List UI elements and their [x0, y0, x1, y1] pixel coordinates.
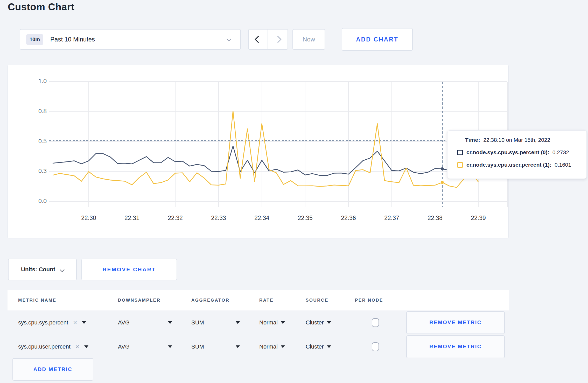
x-axis-tick-label: 22:36 — [333, 215, 364, 222]
aggregator-select[interactable]: SUM — [191, 343, 259, 350]
remove-metric-button[interactable]: REMOVE METRIC — [406, 335, 505, 358]
x-axis-tick-label: 22:37 — [376, 215, 407, 222]
metric-name-value: sys.cpu.sys.percent — [18, 319, 68, 326]
column-header-source: SOURCE — [306, 298, 355, 303]
add-chart-button[interactable]: ADD CHART — [342, 28, 413, 51]
series-line-0 — [53, 146, 478, 175]
clear-metric-icon[interactable]: ✕ — [73, 320, 77, 326]
time-nav-group — [248, 29, 288, 50]
source-value: Cluster — [306, 343, 324, 350]
remove-chart-button[interactable]: REMOVE CHART — [81, 259, 177, 280]
aggregator-select[interactable]: SUM — [191, 319, 259, 326]
crosshair-dot-1 — [441, 181, 444, 184]
chevron-left-icon — [254, 36, 262, 43]
custom-chart-plot[interactable] — [8, 65, 509, 238]
chevron-right-icon — [274, 36, 281, 43]
caret-down-icon — [82, 321, 86, 324]
series-swatch-icon — [457, 150, 463, 155]
caret-down-icon — [327, 321, 331, 324]
now-button[interactable]: Now — [292, 29, 325, 50]
caret-down-icon — [168, 345, 172, 348]
caret-down-icon — [281, 321, 285, 324]
x-axis-tick-label: 22:32 — [160, 215, 191, 222]
toolbar-divider — [8, 30, 8, 50]
column-header-aggregator: AGGREGATOR — [191, 298, 259, 303]
tooltip-series-value: 0.1601 — [555, 162, 571, 168]
metrics-table-rows: sys.cpu.sys.percent✕AVGSUMNormalClusterR… — [8, 310, 509, 359]
metric-name-value: sys.cpu.user.percent — [18, 343, 71, 350]
timeframe-select[interactable]: 10m Past 10 Minutes — [20, 29, 241, 50]
metric-row: sys.cpu.sys.percent✕AVGSUMNormalClusterR… — [8, 310, 509, 335]
x-axis-tick-label: 22:38 — [419, 215, 451, 222]
caret-down-icon — [168, 321, 172, 324]
column-header-metric-name: METRIC NAME — [18, 298, 118, 303]
crosshair-dot-0 — [441, 167, 444, 171]
time-forward-button[interactable] — [268, 30, 288, 49]
caret-down-icon — [236, 321, 240, 324]
x-axis-tick-label: 22:33 — [203, 215, 234, 222]
y-axis-tick-label: 0.8 — [18, 108, 47, 115]
timeframe-badge: 10m — [26, 34, 43, 45]
caret-down-icon — [236, 345, 240, 348]
add-metric-button[interactable]: ADD METRIC — [12, 358, 93, 381]
source-select[interactable]: Cluster — [306, 319, 355, 326]
clear-metric-icon[interactable]: ✕ — [75, 344, 80, 350]
tooltip-series-row: cr.node.sys.cpu.user.percent (1):0.1601 — [457, 162, 586, 168]
units-select[interactable]: Units: Count — [8, 259, 77, 280]
x-axis-tick-label: 22:35 — [290, 215, 321, 222]
tooltip-series-label: cr.node.sys.cpu.user.percent (1): — [466, 162, 551, 168]
downsampler-value: AVG — [118, 319, 130, 326]
metric-name-select[interactable]: sys.cpu.sys.percent✕ — [18, 319, 118, 326]
caret-down-icon — [281, 345, 285, 348]
y-axis-tick-label: 1.0 — [18, 78, 47, 85]
per-node-checkbox[interactable] — [372, 318, 379, 327]
rate-select[interactable]: Normal — [259, 343, 306, 350]
chevron-down-icon — [60, 267, 64, 272]
x-axis-tick-label: 22:30 — [73, 215, 104, 222]
x-axis-tick-label: 22:34 — [246, 215, 277, 222]
rate-select[interactable]: Normal — [259, 319, 306, 326]
y-axis-tick-label: 0.0 — [18, 198, 47, 205]
tooltip-time-label: Time: — [465, 137, 480, 143]
column-header-downsampler: DOWNSAMPLER — [118, 298, 191, 303]
y-axis-tick-label: 0.5 — [18, 138, 47, 145]
metrics-table-header: METRIC NAMEDOWNSAMPLERAGGREGATORRATESOUR… — [8, 290, 509, 310]
caret-down-icon — [84, 345, 88, 348]
rate-value: Normal — [259, 343, 278, 350]
source-select[interactable]: Cluster — [306, 343, 355, 350]
tooltip-series-label: cr.node.sys.cpu.sys.percent (0): — [466, 149, 549, 155]
units-label: Units: Count — [21, 266, 55, 273]
x-axis-tick-label: 22:39 — [463, 215, 494, 222]
y-axis-tick-label: 0.3 — [18, 168, 47, 175]
per-node-checkbox[interactable] — [372, 342, 379, 351]
source-value: Cluster — [306, 319, 324, 326]
caret-down-icon — [327, 345, 331, 348]
page-title: Custom Chart — [8, 2, 74, 13]
downsampler-value: AVG — [118, 343, 130, 350]
x-axis-tick-label: 22:31 — [116, 215, 148, 222]
series-line-1 — [53, 111, 478, 187]
aggregator-value: SUM — [191, 319, 204, 326]
time-back-button[interactable] — [249, 30, 268, 49]
tooltip-time-value: 22:38:10 on Mar 15th, 2022 — [483, 137, 550, 143]
column-header-per-node: PER NODE — [355, 298, 406, 303]
downsampler-select[interactable]: AVG — [118, 343, 191, 350]
tooltip-time-row: Time:22:38:10 on Mar 15th, 2022 — [465, 137, 586, 143]
aggregator-value: SUM — [191, 343, 204, 350]
metric-row: sys.cpu.user.percent✕AVGSUMNormalCluster… — [8, 335, 509, 359]
downsampler-select[interactable]: AVG — [118, 319, 191, 326]
column-header-rate: RATE — [259, 298, 306, 303]
tooltip-series-value: 0.2732 — [552, 149, 569, 155]
metric-name-select[interactable]: sys.cpu.user.percent✕ — [18, 343, 118, 350]
timeframe-label: Past 10 Minutes — [50, 36, 95, 43]
rate-value: Normal — [259, 319, 278, 326]
chevron-down-icon — [226, 37, 231, 41]
series-swatch-icon — [457, 162, 463, 168]
tooltip-series-row: cr.node.sys.cpu.sys.percent (0):0.2732 — [457, 149, 586, 155]
chart-tooltip: Time:22:38:10 on Mar 15th, 2022 cr.node.… — [447, 130, 587, 179]
remove-metric-button[interactable]: REMOVE METRIC — [406, 311, 505, 334]
